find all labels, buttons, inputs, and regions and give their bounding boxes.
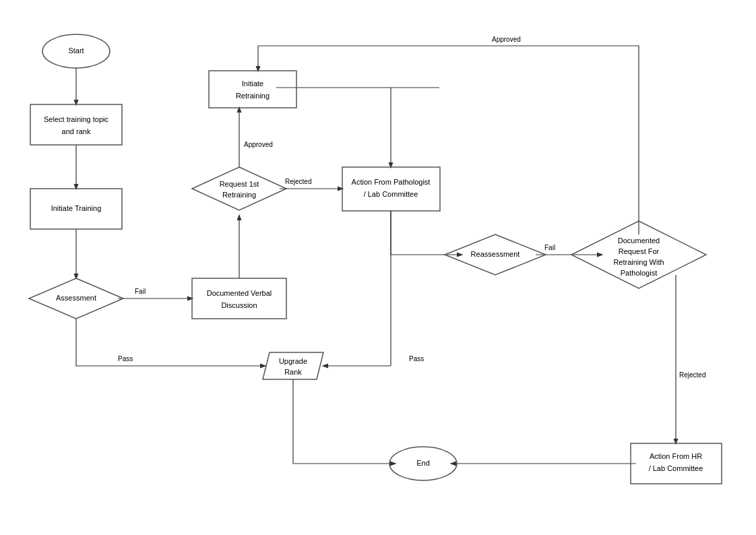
node-request-retraining [192, 167, 286, 210]
node-action-path-label2: / Lab Committee [364, 190, 418, 198]
node-request-label2: Retraining [222, 191, 256, 199]
label-pass1: Pass [118, 355, 133, 363]
node-action-hr-label2: / Lab Committee [649, 464, 703, 472]
label-fail2: Fail [544, 244, 555, 251]
node-doc-req-label1: Documented [618, 237, 660, 245]
node-initiate-retraining [209, 71, 296, 108]
node-doc-req-label3: Retraining With [613, 258, 664, 266]
label-pass2: Pass [409, 355, 424, 363]
node-reassessment-label: Reassessment [471, 250, 520, 258]
node-upgrade-label2: Rank [284, 368, 302, 376]
node-start-label: Start [68, 46, 84, 55]
node-assessment-label: Assessment [56, 294, 96, 302]
node-upgrade-label1: Upgrade [279, 357, 307, 365]
label-rejected2: Rejected [679, 371, 705, 379]
node-action-hr-label1: Action From HR [650, 452, 702, 460]
connector-docrequest-top [258, 46, 639, 234]
node-verbal-label2: Discussion [221, 301, 257, 309]
node-select-label1: Select training topic [44, 115, 108, 123]
node-verbal [192, 278, 286, 319]
node-select-training [30, 104, 122, 145]
connector-assessment-upgrade [76, 319, 265, 366]
node-doc-req-label2: Request For [619, 247, 660, 255]
label-approved1: Approved [244, 141, 273, 148]
node-doc-req-label4: Pathologist [621, 269, 657, 277]
node-select-label2: and rank [62, 127, 91, 135]
node-initiate-retraining-label2: Retraining [236, 92, 270, 100]
flowchart: Documented Verbal Discussion --> Fail Up… [0, 0, 756, 535]
node-initiate-label: Initiate Training [51, 204, 102, 212]
node-initiate-retraining-label1: Initiate [242, 80, 263, 88]
label-approved2: Approved [492, 36, 521, 43]
node-end-label: End [416, 459, 430, 467]
label-fail1: Fail [135, 288, 146, 295]
label-rejected: Rejected [285, 178, 311, 185]
node-action-pathologist [342, 167, 440, 211]
node-action-path-label1: Action From Pathologist [352, 178, 431, 186]
node-verbal-label1: Documented Verbal [207, 289, 272, 297]
node-request-label1: Request 1st [220, 180, 259, 188]
